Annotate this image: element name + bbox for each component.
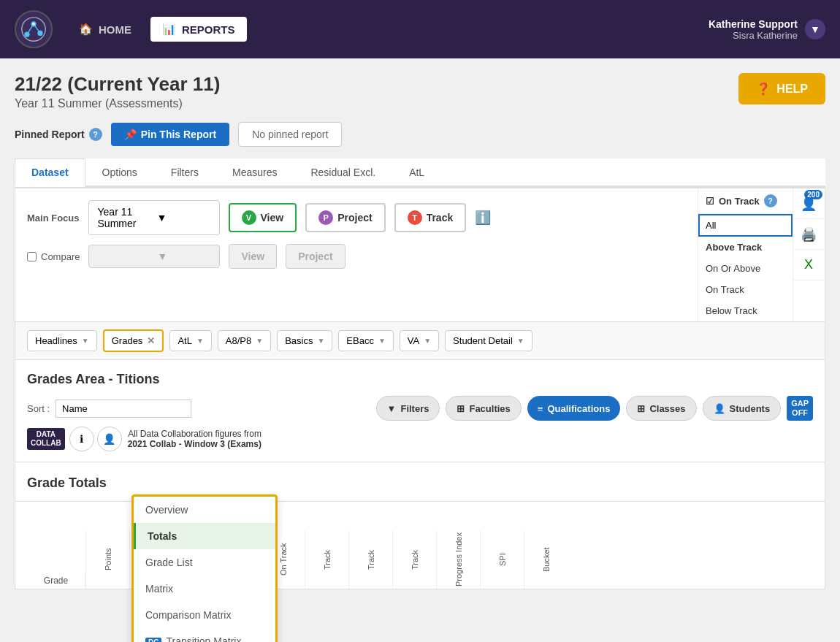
tab-dataset[interactable]: Dataset: [15, 158, 85, 187]
tab-residual-excl[interactable]: Residual Excl.: [294, 158, 392, 187]
person-small-icon-btn[interactable]: 👤: [97, 427, 122, 451]
project-label: Project: [337, 212, 372, 223]
page-title: 21/22 (Current Year 11): [15, 73, 220, 96]
dropdown-item-matrix[interactable]: Matrix: [134, 576, 275, 602]
user-menu[interactable]: Katherine Support Sisra Katherine ▼: [709, 18, 825, 41]
svg-point-0: [22, 18, 45, 41]
track-option-on-or-above[interactable]: On Or Above: [698, 258, 793, 279]
grades-remove-icon[interactable]: ✕: [147, 335, 155, 346]
track-help-badge[interactable]: ?: [764, 194, 777, 207]
home-icon: 🏠: [79, 23, 93, 36]
ebacc-label: EBacc: [346, 335, 374, 346]
dataset-panel: Main Focus Year 11 Summer ▼ V View P Pro…: [15, 188, 698, 321]
gap-button[interactable]: GAPOFF: [787, 396, 813, 421]
home-button[interactable]: 🏠 HOME: [67, 17, 143, 42]
content-wrapper: Dataset Options Filters Measures Residua…: [15, 158, 825, 589]
data-collab-row: DATACOLLAB ℹ 👤 All Data Collaboration fi…: [27, 427, 813, 451]
track-option-above-track[interactable]: Above Track: [698, 237, 793, 258]
va-chip[interactable]: VA ▼: [400, 330, 439, 351]
sort-input[interactable]: [56, 400, 191, 418]
excel-icon-btn[interactable]: X: [793, 250, 824, 280]
qualifications-button[interactable]: ≡ Qualifications: [527, 396, 621, 421]
collab-info-text: All Data Collaboration figures from: [128, 429, 261, 439]
tabs-container: Dataset Options Filters Measures Residua…: [15, 158, 825, 188]
tab-options[interactable]: Options: [85, 158, 154, 187]
collab-icons: DATACOLLAB ℹ 👤: [27, 427, 122, 451]
headlines-chip[interactable]: Headlines ▼: [27, 330, 97, 351]
track-option-below-track[interactable]: Below Track: [698, 300, 793, 321]
reports-icon: 📊: [162, 23, 176, 36]
pinned-help-badge[interactable]: ?: [89, 128, 102, 141]
a8p8-chip[interactable]: A8/P8 ▼: [218, 330, 271, 351]
user-info: Katherine Support Sisra Katherine: [709, 18, 798, 41]
track-button[interactable]: T Track: [394, 203, 467, 232]
grades-dropdown-menu[interactable]: Overview Totals Grade List Matrix Compar…: [131, 494, 278, 642]
dropdown-item-totals[interactable]: Totals: [134, 523, 275, 549]
excel-icon: X: [804, 257, 813, 272]
tab-measures[interactable]: Measures: [215, 158, 294, 187]
no-pinned-report-button[interactable]: No pinned report: [238, 122, 342, 147]
project-button[interactable]: P Project: [305, 203, 385, 232]
compare-row: Compare ▼ View Project: [27, 244, 686, 269]
user-chevron-icon[interactable]: ▼: [805, 19, 825, 39]
reports-label: REPORTS: [182, 23, 235, 36]
qualifications-icon: ≡: [538, 403, 543, 414]
students-button[interactable]: 👤 Students: [703, 396, 782, 421]
student-count-icon-btn[interactable]: 👤 200: [793, 188, 824, 219]
dc-badge-transition: DC: [145, 638, 161, 642]
dropdown-item-transition-matrix[interactable]: DCTransition Matrix: [134, 628, 275, 642]
compare-checkbox[interactable]: [27, 252, 37, 261]
atl-chip[interactable]: AtL ▼: [169, 330, 211, 351]
tab-atl[interactable]: AtL: [392, 158, 441, 187]
tab-filters[interactable]: Filters: [154, 158, 215, 187]
track-panel-header: ☑ On Track ?: [698, 188, 793, 214]
compare-label: Compare: [41, 251, 80, 262]
classes-button[interactable]: ⊞ Classes: [626, 396, 696, 421]
dropdown-item-comparison-matrix[interactable]: Comparison Matrix: [134, 602, 275, 628]
th-bucket: Bucket: [524, 530, 568, 589]
ebacc-chip[interactable]: EBacc ▼: [338, 330, 393, 351]
info-small-icon-btn[interactable]: ℹ: [69, 427, 94, 451]
va-label: VA: [408, 335, 419, 346]
view-icon: V: [242, 210, 256, 225]
compare-project-label: Project: [298, 251, 332, 262]
faculties-button[interactable]: ⊞ Faculties: [446, 396, 521, 421]
track-option-on-track[interactable]: On Track: [698, 279, 793, 300]
compare-project-button[interactable]: Project: [286, 244, 345, 269]
info-icon[interactable]: ℹ️: [475, 210, 491, 226]
headlines-section-header: Grades Area - T itions Sort : ▼ Filters …: [15, 360, 825, 462]
page-subtitle: Year 11 Summer (Assessments): [15, 97, 220, 110]
print-icon: 🖨️: [801, 226, 817, 242]
student-count-badge: 200: [804, 190, 822, 199]
compare-view-button[interactable]: View: [229, 244, 277, 269]
basics-chip[interactable]: Basics ▼: [277, 330, 332, 351]
dropdown-item-overview[interactable]: Overview: [134, 497, 275, 523]
student-detail-label: Student Detail: [453, 335, 513, 346]
compare-view-label: View: [241, 251, 264, 262]
view-label: View: [261, 212, 284, 223]
pin-this-report-button[interactable]: 📌 Pin This Report: [111, 123, 229, 146]
atl-label: AtL: [177, 335, 192, 346]
basics-label: Basics: [285, 335, 313, 346]
view-button[interactable]: V View: [229, 203, 297, 232]
compare-dropdown[interactable]: ▼: [88, 245, 220, 268]
track-header-checkbox[interactable]: ☑: [706, 196, 714, 207]
home-label: HOME: [99, 23, 131, 36]
grades-area-subtitle: itions: [124, 372, 159, 387]
reports-button[interactable]: 📊 REPORTS: [150, 17, 247, 42]
main-focus-dropdown[interactable]: Year 11 Summer ▼: [88, 200, 220, 235]
side-icon-strip: 👤 200 🖨️ X: [793, 188, 825, 321]
track-search-input[interactable]: [698, 214, 793, 237]
student-detail-chip[interactable]: Student Detail ▼: [445, 330, 532, 351]
data-collab-badge: DATACOLLAB: [27, 428, 65, 450]
filters-button[interactable]: ▼ Filters: [376, 396, 440, 421]
app-logo: [15, 10, 53, 48]
filter-icon: ▼: [387, 403, 397, 414]
compare-checkbox-row: Compare: [27, 251, 80, 262]
dropdown-item-grade-list[interactable]: Grade List: [134, 549, 275, 576]
print-icon-btn[interactable]: 🖨️: [793, 219, 824, 250]
grades-chip[interactable]: Grades ✕: [103, 329, 164, 352]
va-chevron-icon: ▼: [424, 337, 431, 345]
track-options-list: Above Track On Or Above On Track Below T…: [698, 214, 793, 321]
help-button[interactable]: ❓ HELP: [738, 73, 825, 104]
